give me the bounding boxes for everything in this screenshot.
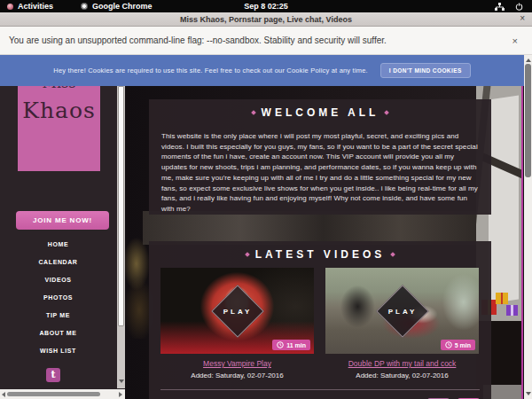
cookie-message: Hey there! Cookies are required to use t…	[53, 66, 368, 74]
sidebar-item-about-me[interactable]: ABOUT ME	[0, 325, 116, 342]
join-me-now-button[interactable]: JOIN ME NOW!	[16, 211, 109, 230]
welcome-body-text: This website is the only place where i w…	[161, 131, 479, 215]
sidebar-item-videos[interactable]: VIDEOS	[0, 271, 116, 289]
sidebar-vertical-scrollbar-thumb[interactable]	[118, 86, 124, 326]
clock-icon	[445, 341, 452, 348]
clock-icon	[277, 341, 284, 348]
sidebar-horizontal-scrollbar-thumb[interactable]	[7, 392, 100, 396]
sidebar-item-calendar[interactable]: CALENDAR	[0, 254, 116, 271]
play-label: PLAY	[223, 307, 252, 315]
logo-text: Khaos	[18, 98, 100, 123]
video-added-date: Added: Saturday, 02-07-2016	[325, 372, 479, 379]
sidebar: Miss Khaos JOIN ME NOW! HOME CALENDAR VI…	[0, 55, 125, 399]
system-clock[interactable]: Sep 8 02:25	[244, 2, 288, 11]
video-card: PLAY 11 min Messy Vampire Play	[160, 268, 314, 379]
video-added-date: Added: Saturday, 02-07-2016	[160, 372, 314, 379]
infobar-close-icon[interactable]: ×	[512, 35, 523, 46]
infobar-message: You are using an unsupported command-lin…	[9, 35, 387, 45]
app-menu-button[interactable]: Google Chrome	[92, 2, 153, 11]
gift-box-yellow	[496, 293, 508, 304]
system-top-bar: Activities Google Chrome Sep 8 02:25	[0, 0, 532, 12]
welcome-heading: WELCOME ALL	[149, 99, 491, 119]
duration-badge: 11 min	[272, 340, 310, 350]
duration-badge: 5 min	[441, 340, 475, 350]
gift-box-purple	[506, 305, 518, 316]
page-scroll-up-arrow-icon[interactable]	[526, 59, 531, 62]
diamond-icon	[245, 252, 250, 257]
sidebar-scroll-left-arrow-icon[interactable]	[2, 392, 5, 397]
browser-viewport: Miss Khaos JOIN ME NOW! HOME CALENDAR VI…	[0, 55, 532, 399]
page-vertical-scrollbar-thumb[interactable]	[525, 64, 531, 177]
diamond-icon	[385, 110, 390, 115]
site-logo[interactable]: Miss Khaos	[18, 86, 100, 171]
window-title: Miss Khaos, Pornstar page, Live chat, Vi…	[180, 15, 352, 24]
network-icon[interactable]	[495, 3, 505, 11]
video-card: PLAY 5 min Double DP with my tail and co…	[325, 268, 479, 379]
latest-videos-title: LATEST VIDEOS	[255, 248, 385, 261]
page-vertical-scrollbar[interactable]	[524, 55, 532, 399]
background-photo-strip	[143, 211, 490, 245]
diamond-icon	[390, 252, 395, 257]
latest-videos-footer: SEE ALL VIDEOS « »	[149, 390, 491, 399]
window-close-icon[interactable]: ×	[520, 13, 525, 23]
twitter-icon[interactable]: t	[46, 368, 60, 382]
sidebar-item-tip-me[interactable]: TIP ME	[0, 307, 116, 325]
sidebar-vertical-scrollbar[interactable]	[117, 55, 125, 388]
video-cards-row: PLAY 11 min Messy Vampire Play	[149, 268, 491, 379]
video-title-link[interactable]: Messy Vampire Play	[160, 359, 314, 368]
page-scroll-down-arrow-icon[interactable]	[526, 392, 531, 395]
sidebar-item-photos[interactable]: PHOTOS	[0, 289, 116, 307]
welcome-title: WELCOME ALL	[262, 106, 379, 119]
video-title-link[interactable]: Double DP with my tail and cock	[325, 359, 479, 368]
screen: Activities Google Chrome Sep 8 02:25 Mis…	[0, 0, 532, 399]
cookie-consent-bar: Hey there! Cookies are required to use t…	[0, 55, 524, 86]
main-content: WELCOME ALL This website is the only pla…	[125, 55, 523, 399]
play-label: PLAY	[387, 307, 417, 315]
latest-videos-panel: LATEST VIDEOS PLAY	[149, 241, 491, 399]
sidebar-item-home[interactable]: HOME	[0, 236, 116, 254]
latest-videos-heading: LATEST VIDEOS	[149, 241, 491, 261]
diamond-icon	[251, 110, 256, 115]
sidebar-scroll-down-arrow-icon[interactable]	[119, 379, 124, 383]
video-duration: 11 min	[286, 342, 306, 348]
video-thumbnail[interactable]: PLAY 5 min	[325, 268, 479, 354]
activities-button[interactable]: Activities	[18, 2, 53, 11]
distro-logo-icon	[7, 4, 13, 10]
sidebar-horizontal-scrollbar[interactable]	[0, 389, 125, 399]
chrome-app-icon	[81, 3, 88, 10]
sidebar-scroll-right-arrow-icon[interactable]	[119, 392, 122, 397]
play-button[interactable]: PLAY	[211, 285, 263, 337]
sidebar-item-wish-list[interactable]: WISH LIST	[0, 342, 116, 360]
power-icon[interactable]	[515, 3, 523, 11]
window-title-bar: Miss Khaos, Pornstar page, Live chat, Vi…	[0, 12, 532, 27]
background-window-pane	[489, 96, 519, 304]
chrome-infobar: You are using an unsupported command-lin…	[0, 27, 532, 55]
play-button[interactable]: PLAY	[376, 285, 428, 337]
cookie-accept-button[interactable]: I DON'T MIND COOKIES	[380, 63, 471, 78]
page-accent-border	[521, 55, 523, 399]
welcome-panel: WELCOME ALL This website is the only pla…	[149, 99, 491, 215]
sidebar-menu: HOME CALENDAR VIDEOS PHOTOS TIP ME ABOUT…	[0, 236, 116, 360]
video-thumbnail[interactable]: PLAY 11 min	[160, 268, 314, 354]
logo-top-clipped: Miss	[18, 86, 100, 92]
video-duration: 5 min	[455, 342, 471, 348]
